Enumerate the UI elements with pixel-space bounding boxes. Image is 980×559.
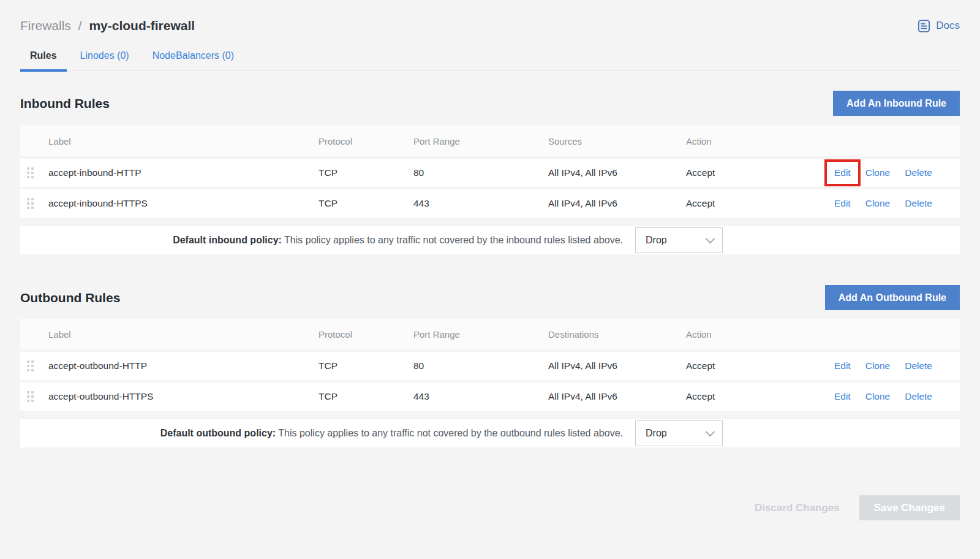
column-header-action: Action	[686, 136, 819, 146]
inbound-section-header: Inbound Rules Add An Inbound Rule	[20, 91, 960, 116]
delete-link[interactable]: Delete	[905, 391, 932, 402]
clone-link[interactable]: Clone	[865, 167, 891, 178]
rule-protocol: TCP	[318, 360, 413, 371]
clone-link[interactable]: Clone	[865, 391, 891, 402]
topbar: Firewalls / my-cloud-firewall Docs	[20, 18, 960, 33]
outbound-rules-table: Label Protocol Port Range Destinations A…	[20, 319, 960, 447]
docs-label: Docs	[936, 20, 960, 32]
edit-link[interactable]: Edit	[834, 198, 851, 209]
default-outbound-policy-text: Default outbound policy: This policy app…	[160, 428, 623, 439]
docs-link[interactable]: Docs	[917, 19, 960, 33]
inbound-rules-title: Inbound Rules	[20, 96, 110, 111]
inbound-rules-table: Label Protocol Port Range Sources Action…	[20, 126, 960, 254]
outbound-policy-select[interactable]: Drop	[635, 420, 723, 446]
add-inbound-rule-button[interactable]: Add An Inbound Rule	[833, 91, 960, 116]
default-inbound-policy-text: Default inbound policy: This policy appl…	[173, 235, 623, 246]
clone-link[interactable]: Clone	[865, 198, 891, 209]
drag-handle-icon[interactable]	[27, 167, 34, 178]
delete-link[interactable]: Delete	[905, 167, 932, 178]
default-outbound-policy-row: Default outbound policy: This policy app…	[20, 419, 960, 447]
breadcrumb: Firewalls / my-cloud-firewall	[20, 18, 195, 33]
inbound-table-header: Label Protocol Port Range Sources Action	[20, 126, 960, 156]
clone-link[interactable]: Clone	[865, 360, 891, 371]
table-row-accept-inbound-https: accept-inbound-HTTPS TCP 443 All IPv4, A…	[20, 189, 960, 218]
rule-label: accept-outbound-HTTP	[42, 360, 318, 371]
rule-label: accept-inbound-HTTPS	[42, 198, 318, 209]
inbound-policy-select[interactable]: Drop	[635, 227, 723, 253]
table-row-accept-inbound-http: accept-inbound-HTTP TCP 80 All IPv4, All…	[20, 159, 960, 187]
rule-sources: All IPv4, All IPv6	[548, 198, 686, 209]
row-action-links: Edit Clone Delete	[819, 391, 932, 402]
tab-linodes[interactable]: Linodes (0)	[70, 50, 139, 70]
docs-icon	[917, 19, 931, 33]
rule-label: accept-inbound-HTTP	[42, 167, 318, 178]
row-action-links: Edit Clone Delete	[819, 167, 932, 178]
rule-action: Accept	[686, 167, 819, 178]
column-header-protocol: Protocol	[318, 136, 413, 146]
rule-action: Accept	[686, 198, 819, 209]
edit-link[interactable]: Edit	[834, 167, 851, 178]
tab-nodebalancers[interactable]: NodeBalancers (0)	[143, 50, 244, 70]
chevron-down-icon	[706, 427, 715, 436]
column-header-label: Label	[42, 136, 318, 146]
rule-protocol: TCP	[318, 198, 413, 209]
discard-changes-button[interactable]: Discard Changes	[755, 502, 840, 514]
table-row-accept-outbound-http: accept-outbound-HTTP TCP 80 All IPv4, Al…	[20, 352, 960, 380]
delete-link[interactable]: Delete	[905, 198, 932, 209]
column-header-port-range: Port Range	[413, 329, 548, 340]
default-inbound-policy-row: Default inbound policy: This policy appl…	[20, 226, 960, 254]
tab-bar: Rules Linodes (0) NodeBalancers (0)	[20, 50, 960, 71]
row-action-links: Edit Clone Delete	[819, 360, 932, 371]
drag-handle-icon[interactable]	[27, 391, 34, 402]
rule-protocol: TCP	[318, 391, 413, 402]
rule-destinations: All IPv4, All IPv6	[548, 360, 686, 371]
rule-protocol: TCP	[318, 167, 413, 178]
default-outbound-policy-label: Default outbound policy:	[160, 428, 276, 438]
column-header-sources: Sources	[548, 136, 686, 146]
breadcrumb-current-firewall: my-cloud-firewall	[89, 18, 195, 32]
outbound-policy-selected-value: Drop	[646, 428, 667, 439]
default-inbound-policy-label: Default inbound policy:	[173, 235, 282, 245]
rule-port-range: 80	[413, 167, 548, 178]
edit-link[interactable]: Edit	[834, 360, 851, 371]
drag-handle-icon[interactable]	[27, 198, 34, 209]
inbound-policy-selected-value: Drop	[646, 235, 667, 246]
rule-destinations: All IPv4, All IPv6	[548, 391, 686, 402]
firewall-detail-page: Firewalls / my-cloud-firewall Docs Rules…	[0, 0, 980, 520]
add-outbound-rule-button[interactable]: Add An Outbound Rule	[825, 285, 960, 310]
column-header-label: Label	[42, 329, 318, 340]
rule-port-range: 80	[413, 360, 548, 371]
row-action-links: Edit Clone Delete	[819, 198, 932, 209]
footer-actions: Discard Changes Save Changes	[20, 495, 960, 520]
rule-label: accept-outbound-HTTPS	[42, 391, 318, 402]
column-header-destinations: Destinations	[548, 329, 686, 340]
outbound-table-header: Label Protocol Port Range Destinations A…	[20, 319, 960, 349]
delete-link[interactable]: Delete	[905, 360, 932, 371]
chevron-down-icon	[706, 234, 715, 243]
breadcrumb-firewalls-link[interactable]: Firewalls	[20, 18, 71, 32]
column-header-protocol: Protocol	[318, 329, 413, 340]
rule-action: Accept	[686, 391, 819, 402]
drag-handle-icon[interactable]	[27, 360, 34, 371]
rule-action: Accept	[686, 360, 819, 371]
save-changes-button[interactable]: Save Changes	[859, 495, 960, 520]
column-header-action: Action	[686, 329, 819, 340]
outbound-rules-title: Outbound Rules	[20, 291, 120, 305]
rule-port-range: 443	[413, 391, 548, 402]
rule-port-range: 443	[413, 198, 548, 209]
column-header-port-range: Port Range	[413, 136, 548, 146]
outbound-section-header: Outbound Rules Add An Outbound Rule	[20, 285, 960, 310]
edit-link[interactable]: Edit	[834, 391, 851, 402]
table-row-accept-outbound-https: accept-outbound-HTTPS TCP 443 All IPv4, …	[20, 382, 960, 411]
breadcrumb-separator: /	[78, 18, 82, 32]
rule-sources: All IPv4, All IPv6	[548, 167, 686, 178]
tab-rules[interactable]: Rules	[20, 50, 67, 70]
